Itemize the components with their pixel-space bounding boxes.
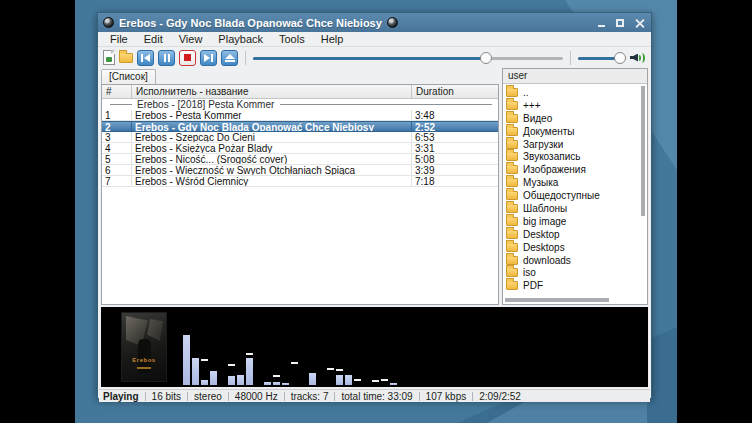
seek-slider[interactable] bbox=[253, 50, 563, 66]
menu-playback[interactable]: Playback bbox=[210, 32, 271, 47]
peak-cap bbox=[201, 359, 208, 361]
seek-handle[interactable] bbox=[480, 52, 492, 64]
pause-button[interactable] bbox=[158, 50, 175, 66]
spectrum-bar bbox=[228, 309, 235, 385]
status-bar: Playing16 bitsstereo48000 Hztracks: 7tot… bbox=[99, 389, 650, 402]
status-separator bbox=[419, 392, 420, 401]
track-duration: 6:53 bbox=[412, 132, 498, 142]
file-item[interactable]: iso bbox=[506, 266, 647, 279]
menu-help[interactable]: Help bbox=[313, 32, 352, 47]
track-row[interactable]: 4Erebos - Księżyca Pożar Blady3:31 bbox=[102, 143, 498, 154]
peak-cap bbox=[354, 379, 361, 381]
file-item[interactable]: PDF bbox=[506, 279, 647, 292]
status-separator bbox=[187, 392, 188, 401]
horizontal-scrollbar[interactable] bbox=[505, 298, 609, 302]
title-bar[interactable]: Erebos - Gdy Noc Blada Opanować Chce Nie… bbox=[98, 13, 651, 32]
folder-name: Музыка bbox=[523, 177, 558, 188]
file-browser-header[interactable]: user bbox=[503, 69, 647, 84]
stop-icon bbox=[184, 54, 191, 61]
track-row[interactable]: 3Erebos - Szepcąc Do Cieni6:53 bbox=[102, 132, 498, 143]
status-separator bbox=[472, 392, 473, 401]
close-button[interactable] bbox=[632, 16, 646, 30]
toolbar-separator bbox=[245, 51, 246, 65]
eject-button[interactable] bbox=[221, 50, 238, 66]
column-header-duration[interactable]: Duration bbox=[412, 85, 498, 98]
vertical-scrollbar[interactable] bbox=[641, 86, 645, 216]
menu-view[interactable]: View bbox=[171, 32, 211, 47]
maximize-button[interactable] bbox=[613, 16, 627, 30]
spectrum-bar bbox=[210, 309, 217, 385]
stop-button[interactable] bbox=[179, 50, 196, 66]
menu-bar: FileEditViewPlaybackToolsHelp bbox=[98, 32, 651, 47]
track-row[interactable]: 7Erebos - Wśród Ciemnicy7:18 bbox=[102, 176, 498, 187]
track-number: 6 bbox=[102, 165, 132, 175]
spectrum-bar bbox=[273, 309, 280, 385]
track-title: Erebos - Nicość... (Srogość cover) bbox=[132, 154, 412, 164]
track-row[interactable]: 1Erebos - Pesta Kommer3:48 bbox=[102, 110, 498, 121]
folder-name: Изображения bbox=[523, 164, 586, 175]
next-button[interactable] bbox=[200, 50, 217, 66]
file-item[interactable]: Desktop bbox=[506, 228, 647, 241]
open-directory-button[interactable] bbox=[119, 53, 133, 63]
track-title: Erebos - Wieczność w Swych Otchłaniach Ś… bbox=[132, 165, 412, 175]
toolbar-separator bbox=[570, 51, 571, 65]
file-item[interactable]: Шаблоны bbox=[506, 202, 647, 215]
minimize-button[interactable] bbox=[594, 16, 608, 30]
folder-icon bbox=[506, 243, 518, 252]
file-item[interactable]: Видео bbox=[506, 112, 647, 125]
folder-name: Документы bbox=[523, 126, 575, 137]
file-list: ..+++ВидеоДокументыЗагрузкиЗвукозаписьИз… bbox=[503, 84, 647, 304]
volume-slider[interactable] bbox=[578, 50, 626, 66]
folder-icon bbox=[506, 127, 518, 136]
file-item[interactable]: .. bbox=[506, 86, 647, 99]
album-art-title: Erebos bbox=[122, 357, 166, 363]
folder-name: Загрузки bbox=[523, 139, 563, 150]
album-group-row: Erebos - [2018] Pesta Kommer bbox=[102, 99, 498, 110]
track-title: Erebos - Księżyca Pożar Blady bbox=[132, 143, 412, 153]
track-duration: 2:52 bbox=[412, 122, 498, 131]
status-separator bbox=[228, 392, 229, 401]
next-icon bbox=[204, 54, 210, 62]
window-title: Erebos - Gdy Noc Blada Opanować Chce Nie… bbox=[119, 17, 382, 29]
file-item[interactable]: downloads bbox=[506, 254, 647, 267]
file-item[interactable]: Документы bbox=[506, 125, 647, 138]
folder-icon bbox=[506, 268, 518, 277]
speaker-icon[interactable] bbox=[630, 51, 646, 65]
menu-edit[interactable]: Edit bbox=[136, 32, 171, 47]
file-item[interactable]: Звукозапись bbox=[506, 150, 647, 163]
peak-cap bbox=[327, 368, 334, 370]
file-item[interactable]: Музыка bbox=[506, 176, 647, 189]
folder-icon bbox=[506, 281, 518, 290]
track-row[interactable]: 6Erebos - Wieczność w Swych Otchłaniach … bbox=[102, 165, 498, 176]
playlist-tab[interactable]: [Список] bbox=[101, 69, 156, 84]
peak-cap bbox=[228, 364, 235, 366]
visualization-area[interactable]: Erebos bbox=[101, 307, 648, 387]
pause-icon bbox=[164, 54, 170, 62]
app-logo-icon bbox=[103, 17, 114, 28]
track-row[interactable]: 5Erebos - Nicość... (Srogość cover)5:08 bbox=[102, 154, 498, 165]
spectrum-bar bbox=[255, 309, 262, 385]
folder-name: .. bbox=[523, 87, 529, 98]
previous-button[interactable] bbox=[137, 50, 154, 66]
previous-icon bbox=[141, 54, 143, 62]
track-duration: 3:48 bbox=[412, 110, 498, 120]
file-item[interactable]: Desktops bbox=[506, 241, 647, 254]
track-row[interactable]: 2Erebos - Gdy Noc Blada Opanować Chce Ni… bbox=[102, 121, 498, 132]
column-header-title[interactable]: Исполнитель - название bbox=[132, 85, 412, 98]
menu-file[interactable]: File bbox=[102, 32, 136, 47]
menu-tools[interactable]: Tools bbox=[271, 32, 313, 47]
spectrum-bar bbox=[327, 309, 334, 385]
track-duration: 3:31 bbox=[412, 143, 498, 153]
file-item[interactable]: Загрузки bbox=[506, 138, 647, 151]
file-item[interactable]: Общедоступные bbox=[506, 189, 647, 202]
file-item[interactable]: big image bbox=[506, 215, 647, 228]
file-item[interactable]: Изображения bbox=[506, 163, 647, 176]
add-file-button[interactable] bbox=[103, 50, 115, 65]
spectrum-bar bbox=[300, 309, 307, 385]
volume-handle[interactable] bbox=[614, 52, 626, 64]
close-icon bbox=[635, 18, 644, 27]
column-header-number[interactable]: # bbox=[102, 85, 132, 98]
track-duration: 7:18 bbox=[412, 176, 498, 186]
file-item[interactable]: +++ bbox=[506, 99, 647, 112]
spectrum-bar bbox=[201, 309, 208, 385]
